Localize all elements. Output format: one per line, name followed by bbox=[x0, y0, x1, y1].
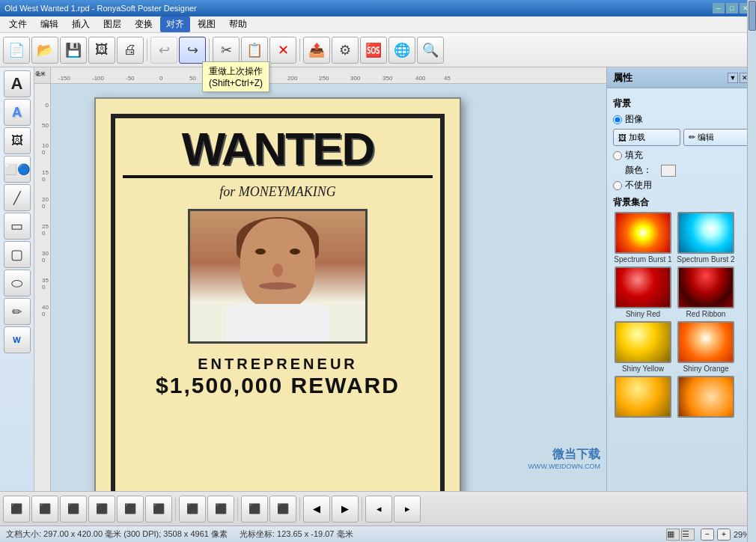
app-title: Old West Wanted 1.rpd - RonyaSoft Poster… bbox=[4, 4, 197, 13]
ellipse-tool[interactable]: ⬭ bbox=[4, 270, 31, 296]
dist-v-btn[interactable]: ⬛ bbox=[207, 496, 234, 523]
bg-item-spectrum1[interactable]: Spectrum Burst 1 bbox=[613, 212, 673, 264]
menu-insert[interactable]: 插入 bbox=[66, 16, 96, 32]
zoom-in-btn[interactable]: + bbox=[717, 529, 731, 541]
align-mc-btn[interactable]: ⬛ bbox=[117, 496, 144, 523]
bg-item-shiny-red[interactable]: Shiny Red bbox=[613, 267, 673, 318]
copy-button[interactable]: 📋 bbox=[241, 37, 268, 64]
arrow-left-btn[interactable]: ◀ bbox=[303, 496, 330, 523]
separator-3 bbox=[299, 39, 300, 61]
undo-button[interactable]: ↩ bbox=[150, 37, 177, 64]
menu-help[interactable]: 帮助 bbox=[223, 16, 253, 32]
image-button[interactable]: 🖼 bbox=[88, 37, 115, 64]
ruler-vertical: 0 50 100 150 200 250 300 350 400 bbox=[34, 84, 51, 491]
doc-size-label: 文档大小: 297.00 x 420.00 毫米 (300 DPI); 3508… bbox=[6, 529, 228, 540]
triangle-right-btn[interactable]: ▸ bbox=[394, 496, 421, 523]
cut-button[interactable]: ✂ bbox=[213, 37, 240, 64]
panel-title: 属性 bbox=[613, 71, 632, 85]
align-tr-btn[interactable]: ⬛ bbox=[60, 496, 87, 523]
maximize-button[interactable]: □ bbox=[726, 3, 738, 13]
align-tc-btn[interactable]: ⬛ bbox=[31, 496, 58, 523]
bg-thumb-shiny-yellow bbox=[615, 321, 671, 363]
bottom-sep2 bbox=[237, 498, 238, 520]
reward-text: $1,500,000 REWARD bbox=[156, 373, 400, 398]
list-view-btn[interactable]: ☰ bbox=[681, 529, 695, 541]
menu-file[interactable]: 文件 bbox=[3, 16, 33, 32]
help-icon-button[interactable]: 🆘 bbox=[360, 37, 387, 64]
image-radio[interactable] bbox=[613, 115, 622, 124]
collection-scrollbar[interactable] bbox=[747, 88, 756, 491]
bg-item-row3a[interactable] bbox=[613, 376, 673, 419]
zoom-controls: − + 29% bbox=[701, 529, 750, 541]
rounded-rect-tool[interactable]: ▢ bbox=[4, 241, 31, 268]
edit-button[interactable]: ✏ 编辑 bbox=[683, 129, 751, 146]
edit-icon: ✏ bbox=[689, 133, 695, 142]
redo-tooltip: 重做上次操作 (Shift+Ctrl+Z) bbox=[202, 61, 269, 92]
word-art-tool[interactable]: W bbox=[4, 326, 31, 353]
export-button[interactable]: 📤 bbox=[303, 37, 330, 64]
color-label: 颜色： bbox=[625, 164, 652, 177]
bg-item-shiny-yellow[interactable]: Shiny Yellow bbox=[613, 321, 673, 373]
minimize-button[interactable]: ─ bbox=[713, 3, 725, 13]
window-controls: ─ □ ✕ bbox=[713, 3, 752, 13]
rect-tool[interactable]: ▭ bbox=[4, 213, 31, 240]
image-radio-row: 图像 bbox=[613, 113, 750, 126]
bottom-sep3 bbox=[299, 498, 300, 520]
image-tool[interactable]: 🖼 bbox=[4, 127, 31, 154]
styled-text-tool[interactable]: A bbox=[4, 99, 31, 126]
zoom-out-btn[interactable]: − bbox=[701, 529, 714, 541]
color-picker[interactable] bbox=[661, 165, 676, 177]
right-eye bbox=[290, 249, 300, 255]
left-toolbar: A A 🖼 ⬜🔵 ╱ ▭ ▢ ⬭ ✏ W bbox=[0, 67, 34, 491]
save-button[interactable]: 💾 bbox=[60, 37, 87, 64]
menu-layer[interactable]: 图层 bbox=[97, 16, 127, 32]
open-button[interactable]: 📂 bbox=[31, 37, 58, 64]
bg-item-red-ribbon[interactable]: Red Ribbon bbox=[676, 267, 736, 318]
status-left: 文档大小: 297.00 x 420.00 毫米 (300 DPI); 3508… bbox=[6, 529, 353, 540]
delete-button[interactable]: ✕ bbox=[269, 37, 296, 64]
globe-button[interactable]: 🌐 bbox=[388, 37, 415, 64]
separator-2 bbox=[209, 39, 210, 61]
shape-tool[interactable]: ⬜🔵 bbox=[4, 156, 31, 183]
search-button[interactable]: 🔍 bbox=[417, 37, 444, 64]
arrow-right-btn[interactable]: ▶ bbox=[332, 496, 359, 523]
bg-thumb-spectrum2 bbox=[677, 212, 734, 254]
settings-button[interactable]: ⚙ bbox=[332, 37, 359, 64]
wanted-border: WANTED for MONEYMAKING bbox=[111, 114, 445, 491]
fill-label: 填充 bbox=[625, 149, 643, 162]
menu-edit[interactable]: 编辑 bbox=[34, 16, 64, 32]
flip-v-btn[interactable]: ⬛ bbox=[269, 496, 296, 523]
ruler-corner: 毫米 bbox=[34, 67, 51, 84]
grid-view-btn[interactable]: ▦ bbox=[666, 529, 680, 541]
dist-h-btn[interactable]: ⬛ bbox=[179, 496, 206, 523]
title-bar: Old West Wanted 1.rpd - RonyaSoft Poster… bbox=[0, 0, 756, 16]
new-button[interactable]: 📄 bbox=[3, 37, 30, 64]
bg-item-row3b[interactable] bbox=[676, 376, 736, 419]
menu-align[interactable]: 对齐 bbox=[160, 16, 190, 32]
panel-content: 背景 图像 🖼 加载 ✏ 编辑 填充 颜色： bbox=[607, 88, 756, 491]
line-tool[interactable]: ╱ bbox=[4, 184, 31, 211]
status-right: ▦ ☰ − + 29% bbox=[666, 529, 750, 541]
redo-button[interactable]: ↪ bbox=[179, 37, 206, 64]
text-tool[interactable]: A bbox=[4, 70, 31, 97]
separator-1 bbox=[147, 39, 147, 61]
align-ml-btn[interactable]: ⬛ bbox=[88, 496, 115, 523]
none-label: 不使用 bbox=[625, 179, 652, 192]
print-button[interactable]: 🖨 bbox=[117, 37, 144, 64]
bg-item-spectrum2[interactable]: Spectrum Burst 2 bbox=[676, 212, 736, 264]
fill-radio[interactable] bbox=[613, 151, 622, 160]
nose bbox=[272, 264, 283, 277]
bg-item-shiny-orange[interactable]: Shiny Orange bbox=[676, 321, 736, 373]
none-radio[interactable] bbox=[613, 181, 622, 190]
panel-collapse-btn[interactable]: ▼ bbox=[728, 73, 738, 83]
align-mr-btn[interactable]: ⬛ bbox=[145, 496, 172, 523]
triangle-left-btn[interactable]: ◂ bbox=[365, 496, 392, 523]
menu-transform[interactable]: 变换 bbox=[129, 16, 159, 32]
menu-view[interactable]: 视图 bbox=[192, 16, 222, 32]
load-button[interactable]: 🖼 加载 bbox=[613, 129, 680, 146]
paint-tool[interactable]: ✏ bbox=[4, 298, 31, 325]
flip-h-btn[interactable]: ⬛ bbox=[241, 496, 268, 523]
menu-bar: 文件 编辑 插入 图层 变换 对齐 视图 帮助 bbox=[0, 16, 756, 33]
align-tl-btn[interactable]: ⬛ bbox=[3, 496, 30, 523]
bg-label-red-ribbon: Red Ribbon bbox=[686, 310, 726, 318]
